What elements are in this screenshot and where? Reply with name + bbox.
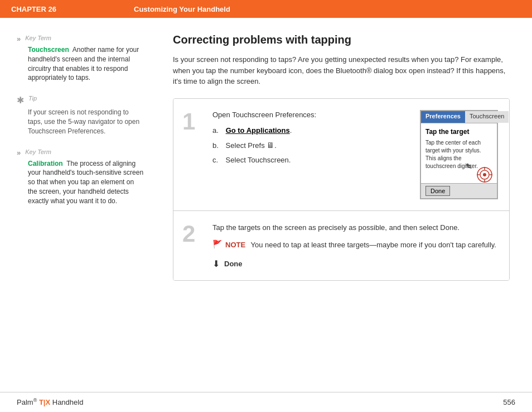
footer-page-number: 556: [503, 398, 515, 406]
term-calibration: Calibration: [28, 160, 63, 167]
step-2-text: Tap the targets on the screen as precise…: [212, 222, 496, 269]
sidebar-tip: ✱ Tip If your screen is not responding t…: [17, 95, 145, 136]
preview-target-area: ✒: [465, 160, 492, 183]
note-text: You need to tap at least three targets—m…: [251, 241, 496, 249]
preview-heading: Tap the target: [425, 128, 492, 136]
done-block: ⬇ Done: [212, 258, 496, 269]
preview-done-button[interactable]: Done: [425, 186, 450, 196]
step-1-list: a. Go to Applications. b. Select Prefs 🖥…: [212, 126, 409, 166]
page-header: CHAPTER 26 Customizing Your Handheld: [0, 0, 532, 18]
done-text: Done: [224, 260, 243, 268]
step-1-text: Open Touchscreen Preferences: a. Go to A…: [212, 110, 409, 199]
step-1-instruction: Open Touchscreen Preferences:: [212, 110, 409, 120]
step-1-item-b: b. Select Prefs 🖥.: [212, 140, 409, 151]
touchscreen-tab: Touchscreen: [465, 111, 509, 123]
key-term-label-1: Key Term: [25, 35, 51, 41]
svg-point-2: [483, 173, 486, 176]
note-label: NOTE: [225, 241, 245, 249]
note-flag-icon: 🚩: [212, 239, 222, 248]
target-icon: [477, 167, 492, 183]
footer-model: T|X: [39, 399, 50, 407]
main-content: » Key Term Touchscreen Another name for …: [0, 18, 532, 392]
sidebar-key-term-2: » Key Term Calibration The process of al…: [17, 148, 145, 206]
step-2-content: Tap the targets on the screen as precise…: [207, 211, 509, 280]
steps-container: 1 Open Touchscreen Preferences: a. Go to…: [173, 98, 510, 281]
note-block: 🚩 NOTE You need to tap at least three ta…: [212, 239, 496, 251]
touchscreen-preview: Preferences Touchscreen Tap the target T…: [420, 110, 498, 199]
page-footer: Palm® T|X Handheld 556: [0, 392, 532, 412]
preview-footer: Done: [421, 183, 497, 198]
download-icon: ⬇: [212, 258, 220, 269]
tip-label: Tip: [28, 95, 37, 102]
key-term-1-content: Touchscreen Another name for your handhe…: [28, 45, 145, 83]
term-touchscreen: Touchscreen: [28, 46, 69, 54]
sidebar: » Key Term Touchscreen Another name for …: [0, 18, 156, 392]
step-1: 1 Open Touchscreen Preferences: a. Go to…: [173, 99, 509, 211]
step-1-item-c: c. Select Touchscreen.: [212, 155, 409, 165]
double-chevron-icon-1: »: [17, 35, 21, 43]
key-term-2-content: Calibration The process of aligning your…: [28, 159, 145, 206]
chapter-title: Customizing Your Handheld: [134, 5, 230, 13]
chapter-label: CHAPTER 26: [11, 5, 134, 13]
go-to-applications-link[interactable]: Go to Applications: [226, 126, 290, 135]
sidebar-key-term-1: » Key Term Touchscreen Another name for …: [17, 35, 145, 83]
section-intro: Is your screen not responding to taps? A…: [173, 54, 510, 87]
main-body: Correcting problems with tapping Is your…: [156, 18, 532, 392]
step-2-number: 2: [173, 211, 207, 280]
step-1-item-a: a. Go to Applications.: [212, 126, 409, 136]
section-title: Correcting problems with tapping: [173, 33, 510, 46]
double-chevron-icon-2: »: [17, 148, 21, 157]
asterisk-icon: ✱: [17, 95, 24, 106]
prefs-icon: 🖥: [267, 141, 274, 150]
key-term-label-2: Key Term: [25, 148, 51, 155]
step-1-number: 1: [173, 99, 207, 210]
step-2: 2 Tap the targets on the screen as preci…: [173, 211, 509, 280]
tip-content: If your screen is not responding to taps…: [28, 108, 145, 136]
step-2-main-text: Tap the targets on the screen as precise…: [212, 222, 496, 233]
preferences-tab: Preferences: [421, 111, 465, 123]
step-1-content: Open Touchscreen Preferences: a. Go to A…: [207, 99, 509, 210]
preview-tabs: Preferences Touchscreen: [421, 111, 497, 123]
footer-brand: Palm® T|X Handheld: [17, 397, 83, 406]
